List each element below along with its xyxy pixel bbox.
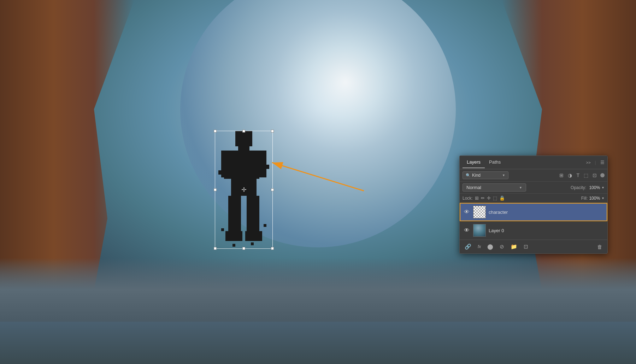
tab-paths[interactable]: Paths [485,157,505,168]
svg-rect-18 [232,244,235,247]
fill-dropdown-arrow[interactable]: ▼ [601,196,605,200]
svg-rect-6 [228,196,241,231]
blend-mode-row: Normal ▼ Opacity: 100% ▼ [460,182,607,194]
svg-rect-1 [238,146,249,151]
add-artboard-button[interactable]: ⊡ [522,243,530,251]
svg-rect-12 [218,170,223,175]
kind-dropdown-arrow: ▼ [502,174,505,177]
lock-all-icon[interactable]: 🔒 [499,195,505,201]
lock-move-icon[interactable]: ✛ [487,195,491,201]
layer-thumbnail-layer0 [473,224,486,237]
filter-row: 🔍 Kind ▼ ⊞ ◑ T ⬚ ⊡ [460,169,607,182]
layer-visibility-character[interactable]: 👁 [463,209,470,215]
panel-menu-icon[interactable]: ☰ [600,160,605,165]
svg-rect-17 [264,224,266,227]
blend-mode-label: Normal [466,185,481,190]
lock-label: Lock: [463,196,473,201]
layer-name-character: character [489,210,604,215]
link-layers-button[interactable]: 🔗 [463,243,473,251]
layer-item-layer0[interactable]: 👁 Layer 0 [460,221,607,240]
divider: | [595,160,596,165]
filter-type-icon[interactable]: T [576,172,580,179]
delete-layer-button[interactable]: 🗑 [596,243,604,251]
svg-rect-14 [225,235,228,238]
fx-button[interactable]: fx [476,243,482,250]
filter-smartobj-icon[interactable]: ⊡ [592,172,597,179]
filter-icons: ⊞ ◑ T ⬚ ⊡ [559,172,605,179]
svg-rect-19 [251,242,254,245]
layer-name-layer0: Layer 0 [489,228,604,233]
lock-icons: ⊞ ✏ ✛ ⬚ 🔒 [475,195,505,201]
fill-label: Fill: [581,196,588,201]
svg-rect-15 [221,228,224,231]
opacity-value[interactable]: 100% [588,185,600,190]
search-icon: 🔍 [466,173,471,178]
expand-icon[interactable]: >> [586,160,591,165]
kind-select[interactable]: 🔍 Kind ▼ [463,171,508,179]
lock-row: Lock: ⊞ ✏ ✛ ⬚ 🔒 Fill: 100% ▼ [460,194,607,203]
filter-color-dot [600,173,605,177]
lock-paint-icon[interactable]: ✏ [481,195,485,201]
fill-section: Fill: 100% ▼ [581,196,605,201]
layer-thumbnail-character [473,206,486,218]
adjustment-button[interactable]: ⊘ [498,243,506,251]
add-mask-button[interactable]: ⬤ [486,243,495,251]
svg-rect-7 [247,196,259,231]
character-silhouette [216,131,272,247]
filter-adjust-icon[interactable]: ◑ [567,172,573,179]
opacity-section: Opacity: 100% ▼ [571,185,605,190]
filter-shape-icon[interactable]: ⬚ [583,172,589,179]
svg-rect-5 [231,179,257,196]
svg-rect-2 [228,151,259,179]
layers-panel: Layers Paths >> | ☰ 🔍 Kind ▼ ⊞ ◑ T ⬚ ⊡ N… [459,155,608,254]
tab-layers[interactable]: Layers [463,157,485,168]
lock-transparent-icon[interactable]: ⊞ [475,195,479,201]
svg-rect-11 [259,172,264,176]
svg-rect-0 [235,131,252,146]
panel-toolbar: 🔗 fx ⬤ ⊘ 📁 ⊡ 🗑 [460,240,607,253]
panel-tabs-header: Layers Paths >> | ☰ [460,156,607,169]
svg-rect-13 [265,165,269,169]
opacity-label: Opacity: [571,185,586,190]
svg-rect-16 [259,233,262,236]
lock-artboard-icon[interactable]: ⬚ [493,195,497,201]
svg-rect-10 [224,175,228,179]
blend-dropdown-arrow: ▼ [519,186,522,189]
group-layers-button[interactable]: 📁 [509,243,519,251]
fill-value[interactable]: 100% [589,196,600,201]
kind-label: Kind [472,173,481,178]
layer-item-character[interactable]: 👁 character [460,203,607,221]
layer-visibility-layer0[interactable]: 👁 [463,227,470,234]
blend-mode-select[interactable]: Normal ▼ [463,183,526,192]
filter-pixel-icon[interactable]: ⊞ [559,172,564,179]
opacity-dropdown-arrow[interactable]: ▼ [601,186,605,189]
